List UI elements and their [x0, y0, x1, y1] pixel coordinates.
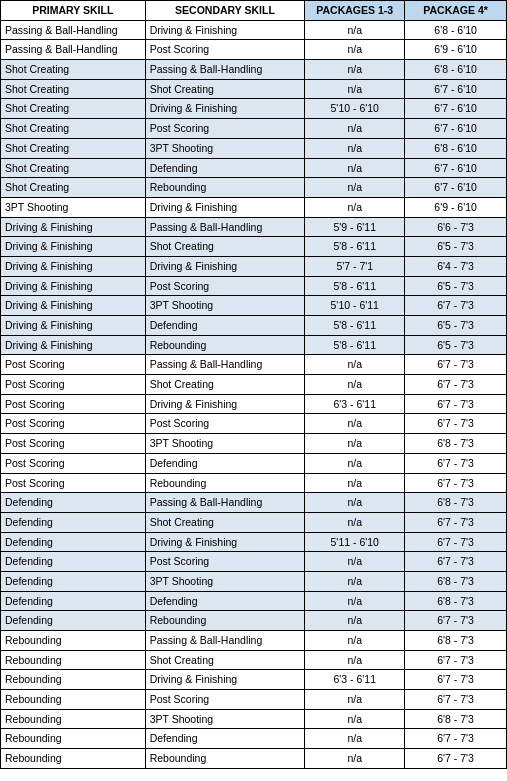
packages13-cell: 5'7 - 7'1: [305, 256, 405, 276]
secondary-skill-cell: Driving & Finishing: [145, 532, 305, 552]
table-row: Post ScoringDriving & Finishing6'3 - 6'1…: [1, 394, 507, 414]
package4-cell: 6'5 - 7'3: [405, 335, 507, 355]
secondary-skill-cell: Driving & Finishing: [145, 99, 305, 119]
secondary-skill-cell: Rebounding: [145, 473, 305, 493]
primary-skill-cell: Defending: [1, 493, 146, 513]
packages13-cell: n/a: [305, 512, 405, 532]
packages13-cell: n/a: [305, 749, 405, 769]
packages13-cell: n/a: [305, 611, 405, 631]
secondary-skill-cell: 3PT Shooting: [145, 571, 305, 591]
package4-cell: 6'4 - 7'3: [405, 256, 507, 276]
package4-cell: 6'7 - 7'3: [405, 473, 507, 493]
primary-skill-cell: Rebounding: [1, 670, 146, 690]
packages13-cell: n/a: [305, 631, 405, 651]
packages13-cell: n/a: [305, 473, 405, 493]
package4-cell: 6'8 - 7'3: [405, 631, 507, 651]
table-row: ReboundingPost Scoringn/a6'7 - 7'3: [1, 690, 507, 710]
secondary-skill-cell: Defending: [145, 158, 305, 178]
secondary-skill-cell: 3PT Shooting: [145, 434, 305, 454]
package4-cell: 6'7 - 7'3: [405, 611, 507, 631]
primary-skill-cell: Driving & Finishing: [1, 276, 146, 296]
table-row: ReboundingDefendingn/a6'7 - 7'3: [1, 729, 507, 749]
primary-skill-cell: Shot Creating: [1, 158, 146, 178]
secondary-skill-cell: Driving & Finishing: [145, 394, 305, 414]
table-row: Post Scoring3PT Shootingn/a6'8 - 7'3: [1, 434, 507, 454]
secondary-skill-cell: Rebounding: [145, 335, 305, 355]
packages13-cell: 6'3 - 6'11: [305, 670, 405, 690]
packages13-cell: n/a: [305, 650, 405, 670]
primary-skill-cell: Rebounding: [1, 631, 146, 651]
packages13-cell: n/a: [305, 178, 405, 198]
package4-cell: 6'5 - 7'3: [405, 237, 507, 257]
package4-cell: 6'7 - 7'3: [405, 355, 507, 375]
packages13-cell: 5'8 - 6'11: [305, 276, 405, 296]
table-row: DefendingDriving & Finishing5'11 - 6'106…: [1, 532, 507, 552]
primary-skill-cell: Passing & Ball-Handling: [1, 40, 146, 60]
table-row: Driving & FinishingShot Creating5'8 - 6'…: [1, 237, 507, 257]
package4-cell: 6'7 - 7'3: [405, 375, 507, 395]
primary-skill-cell: Defending: [1, 571, 146, 591]
secondary-skill-cell: Shot Creating: [145, 512, 305, 532]
primary-skill-cell: Passing & Ball-Handling: [1, 20, 146, 40]
packages13-cell: 5'8 - 6'11: [305, 316, 405, 336]
secondary-skill-cell: Passing & Ball-Handling: [145, 217, 305, 237]
package4-cell: 6'7 - 6'10: [405, 178, 507, 198]
packages13-cell: n/a: [305, 729, 405, 749]
header-package4: Package 4*: [405, 1, 507, 21]
package4-cell: 6'8 - 7'3: [405, 591, 507, 611]
primary-skill-cell: Post Scoring: [1, 355, 146, 375]
table-row: DefendingReboundingn/a6'7 - 7'3: [1, 611, 507, 631]
primary-skill-cell: Defending: [1, 532, 146, 552]
packages13-cell: n/a: [305, 138, 405, 158]
secondary-skill-cell: Post Scoring: [145, 690, 305, 710]
secondary-skill-cell: Shot Creating: [145, 237, 305, 257]
primary-skill-cell: Driving & Finishing: [1, 217, 146, 237]
packages13-cell: 5'9 - 6'11: [305, 217, 405, 237]
primary-skill-cell: Shot Creating: [1, 119, 146, 139]
packages13-cell: n/a: [305, 158, 405, 178]
table-row: Post ScoringReboundingn/a6'7 - 7'3: [1, 473, 507, 493]
table-row: Shot Creating3PT Shootingn/a6'8 - 6'10: [1, 138, 507, 158]
primary-skill-cell: Post Scoring: [1, 453, 146, 473]
secondary-skill-cell: Passing & Ball-Handling: [145, 631, 305, 651]
table-row: DefendingDefendingn/a6'8 - 7'3: [1, 591, 507, 611]
table-row: Post ScoringPassing & Ball-Handlingn/a6'…: [1, 355, 507, 375]
secondary-skill-cell: Driving & Finishing: [145, 20, 305, 40]
package4-cell: 6'7 - 7'3: [405, 650, 507, 670]
primary-skill-cell: Defending: [1, 591, 146, 611]
packages13-cell: n/a: [305, 709, 405, 729]
package4-cell: 6'8 - 6'10: [405, 20, 507, 40]
table-row: Driving & Finishing3PT Shooting5'10 - 6'…: [1, 296, 507, 316]
secondary-skill-cell: Driving & Finishing: [145, 197, 305, 217]
primary-skill-cell: Post Scoring: [1, 394, 146, 414]
packages13-cell: n/a: [305, 375, 405, 395]
package4-cell: 6'7 - 7'3: [405, 749, 507, 769]
header-packages13: Packages 1-3: [305, 1, 405, 21]
secondary-skill-cell: Defending: [145, 453, 305, 473]
secondary-skill-cell: Defending: [145, 591, 305, 611]
primary-skill-cell: Post Scoring: [1, 375, 146, 395]
table-row: Post ScoringDefendingn/a6'7 - 7'3: [1, 453, 507, 473]
table-row: Driving & FinishingRebounding5'8 - 6'116…: [1, 335, 507, 355]
packages13-cell: n/a: [305, 355, 405, 375]
primary-skill-cell: 3PT Shooting: [1, 197, 146, 217]
table-row: ReboundingDriving & Finishing6'3 - 6'116…: [1, 670, 507, 690]
package4-cell: 6'7 - 7'3: [405, 532, 507, 552]
table-row: ReboundingShot Creatingn/a6'7 - 7'3: [1, 650, 507, 670]
primary-skill-cell: Post Scoring: [1, 434, 146, 454]
secondary-skill-cell: Post Scoring: [145, 414, 305, 434]
table-row: Driving & FinishingPost Scoring5'8 - 6'1…: [1, 276, 507, 296]
table-row: Shot CreatingDriving & Finishing5'10 - 6…: [1, 99, 507, 119]
primary-skill-cell: Shot Creating: [1, 79, 146, 99]
primary-skill-cell: Rebounding: [1, 650, 146, 670]
packages13-cell: 5'8 - 6'11: [305, 237, 405, 257]
package4-cell: 6'7 - 6'10: [405, 158, 507, 178]
package4-cell: 6'5 - 7'3: [405, 316, 507, 336]
table-row: DefendingPassing & Ball-Handlingn/a6'8 -…: [1, 493, 507, 513]
package4-cell: 6'6 - 7'3: [405, 217, 507, 237]
secondary-skill-cell: Passing & Ball-Handling: [145, 60, 305, 80]
packages13-cell: n/a: [305, 119, 405, 139]
packages13-cell: 6'3 - 6'11: [305, 394, 405, 414]
packages13-cell: 5'8 - 6'11: [305, 335, 405, 355]
package4-cell: 6'7 - 7'3: [405, 512, 507, 532]
